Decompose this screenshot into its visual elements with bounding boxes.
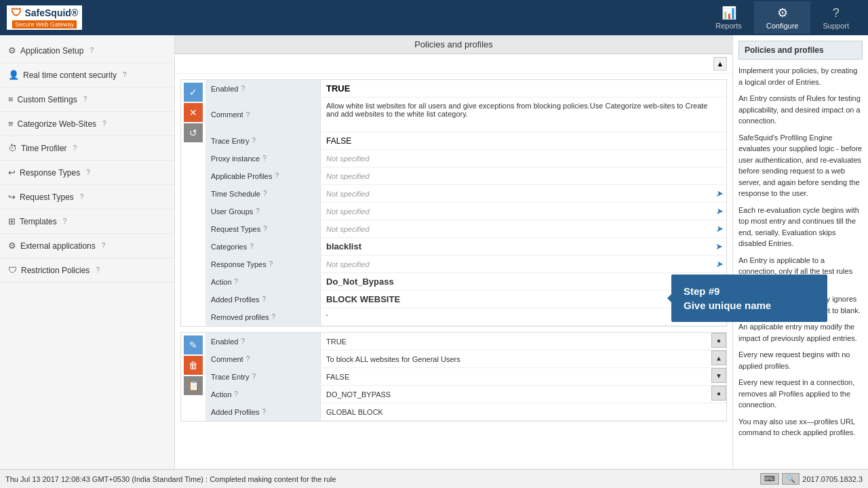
field-value-categories-1: blacklist ➤ — [321, 238, 726, 255]
right-panel-p7: An applicable entry may modify the impac… — [738, 321, 863, 344]
realtime-icon: 👤 — [8, 70, 19, 80]
categorize-help: ? — [102, 120, 106, 127]
field-label-added-profiles-2: Added Profiles ? — [205, 403, 321, 420]
right-panel-p10: You may also use xx—profiles URL command… — [738, 416, 863, 439]
field-label-user-groups-1: User Groups ? — [205, 203, 321, 220]
sidebar-item-categorize[interactable]: ≡ Categorize Web-Sites ? — [0, 112, 174, 136]
right-panel-title: Policies and profiles — [738, 41, 863, 60]
entry-1-reset-button[interactable]: ↺ — [184, 123, 203, 142]
sidebar-item-response-types[interactable]: ↩ Response Types ? — [0, 161, 174, 185]
step-callout: Step #9 Give unique name — [671, 274, 827, 322]
right-panel-p2: An Entry consists of Rules for testing a… — [738, 93, 863, 127]
proxy-help-icon: ? — [262, 155, 267, 162]
comment-value-1: Allow white list websites for all users … — [326, 102, 721, 118]
external-apps-help: ? — [102, 242, 106, 249]
entry2-scroll-top-btn[interactable]: ● — [711, 333, 726, 348]
sidebar-item-time-profiler[interactable]: ⏱ Time Profiler ? — [0, 136, 174, 161]
nav-support[interactable]: ? Support — [810, 2, 861, 34]
sidebar-item-request-types[interactable]: ↪ Request Types ? — [0, 185, 174, 209]
version-keyboard-btn[interactable]: ⌨ — [760, 473, 779, 485]
sidebar-item-external-apps[interactable]: ⚙ External applications ? — [0, 234, 174, 258]
entry-1-enabled-button[interactable]: ✓ — [184, 83, 203, 102]
field-value-removed-profiles-1: ' — [321, 308, 726, 325]
scroll-up-button[interactable]: ▲ — [713, 57, 727, 70]
user-groups-value-1: Not specified — [326, 207, 370, 216]
nav-reports[interactable]: 📊 Reports — [703, 1, 754, 34]
entry2-bottom-btn[interactable]: ● — [711, 386, 726, 401]
trace-label-2: Trace Entry — [211, 373, 249, 381]
sidebar-item-app-setup[interactable]: ⚙ Application Setup ? — [0, 39, 174, 63]
status-message: Thu Jul 13 2017 12:08:43 GMT+0530 (India… — [5, 475, 336, 483]
configure-icon: ⚙ — [777, 5, 788, 20]
removed-profiles-label: Removed profiles — [211, 313, 269, 321]
right-panel: Policies and profiles Implement your pol… — [732, 35, 868, 469]
field-label-enabled-1: Enabled ? — [205, 80, 321, 97]
callout-line1: Step #9 — [684, 285, 719, 297]
field-value-action-2: DO_NOT_BYPASS ● — [321, 386, 726, 403]
proxy-label-text: Proxy instance — [211, 155, 260, 163]
sidebar-label-custom: Custom Settings — [18, 95, 77, 104]
entry-2-delete-button[interactable]: 🗑 — [184, 356, 203, 375]
removed-profiles-value-1: ' — [326, 313, 328, 321]
sidebar-item-restriction[interactable]: 🛡 Restriction Policies ? — [0, 258, 174, 283]
categories-label: Categories — [211, 243, 247, 251]
field-value-trace-2: FALSE ▼ — [321, 368, 726, 385]
field-row-proxy-1: Proxy instance ? Not specified — [205, 150, 726, 167]
logo: 🛡 SafeSquid® Secure Web Gateway — [7, 5, 82, 30]
sidebar-item-templates[interactable]: ⊞ Templates ? — [0, 209, 174, 234]
entry-2-edit-button[interactable]: ✎ — [184, 336, 203, 354]
trace-help-icon: ? — [252, 137, 256, 144]
categories-nav-icon[interactable]: ➤ — [715, 241, 723, 251]
field-row-comment-2: Comment ? To block ALL websites for Gene… — [205, 350, 726, 368]
nav-configure[interactable]: ⚙ Configure — [754, 1, 811, 34]
added-profiles-value-2: GLOBAL BLOCK — [326, 408, 383, 416]
comment-label-text: Comment — [211, 110, 243, 119]
custom-help: ? — [83, 96, 87, 103]
sidebar-item-realtime[interactable]: 👤 Real time content security ? — [0, 63, 174, 87]
enabled-label-text: Enabled — [211, 85, 238, 93]
comment-value-2: To block ALL websites for General Users — [326, 355, 460, 363]
request-types-help: ? — [263, 225, 267, 232]
time-schedule-help: ? — [263, 190, 267, 197]
proxy-value-1: Not specified — [326, 155, 370, 163]
right-panel-p8: Every new request begins with no applied… — [738, 349, 863, 371]
entry2-down-btn[interactable]: ▼ — [711, 368, 726, 383]
field-row-trace-1: Trace Entry ? FALSE — [205, 132, 726, 150]
version-search-btn[interactable]: 🔍 — [782, 473, 800, 485]
time-schedule-nav-icon[interactable]: ➤ — [715, 188, 723, 199]
response-types-label: Response Types — [211, 260, 267, 268]
action-help-2: ? — [235, 390, 239, 398]
field-row-request-types-1: Request Types ? Not specified ➤ — [205, 220, 726, 238]
field-label-trace-2: Trace Entry ? — [205, 368, 321, 385]
response-types-help: ? — [269, 260, 273, 268]
right-panel-p9: Every new request in a connection, remov… — [738, 377, 863, 411]
entry2-up-btn[interactable]: ▲ — [711, 350, 726, 365]
user-groups-nav-icon[interactable]: ➤ — [715, 206, 723, 216]
request-types-icon: ↪ — [8, 192, 16, 202]
trace-value-2: FALSE — [326, 373, 349, 381]
response-types-nav-icon[interactable]: ➤ — [715, 259, 723, 269]
right-panel-p1: Implement your policies, by creating a l… — [738, 65, 863, 87]
logo-subtitle: Secure Web Gateway — [12, 20, 77, 28]
page-title: Policies and profiles — [414, 39, 493, 49]
sidebar-item-custom[interactable]: ≡ Custom Settings ? — [0, 87, 174, 112]
nav-reports-label: Reports — [715, 22, 742, 30]
action-label-2: Action — [211, 390, 232, 399]
sidebar-label-time-profiler: Time Profiler — [21, 144, 67, 153]
sidebar-label-app-setup: Application Setup — [20, 46, 83, 56]
action-help: ? — [235, 278, 239, 285]
sidebar: ⚙ Application Setup ? 👤 Real time conten… — [0, 35, 175, 469]
request-types-nav-icon[interactable]: ➤ — [715, 224, 723, 234]
field-row-categories-1: Categories ? blacklist ➤ — [205, 238, 726, 256]
entry-2-copy-button[interactable]: 📋 — [184, 376, 203, 395]
field-value-comment-1: Allow white list websites for all users … — [321, 98, 726, 131]
added-profiles-help-2: ? — [262, 408, 267, 415]
entry-2-fields: Enabled ? TRUE ● Comment — [205, 333, 726, 421]
field-value-proxy-1: Not specified — [321, 150, 726, 167]
nav-configure-label: Configure — [766, 22, 799, 30]
request-types-label: Request Types — [211, 225, 260, 233]
content-area-wrapper: Policies and profiles ▲ ✓ ✕ ↺ Enabled — [175, 35, 868, 469]
field-label-applicable-profiles-1: Applicable Profiles ? — [205, 167, 321, 184]
sidebar-label-restriction: Restriction Policies — [21, 266, 90, 275]
entry-1-delete-button[interactable]: ✕ — [184, 103, 203, 122]
